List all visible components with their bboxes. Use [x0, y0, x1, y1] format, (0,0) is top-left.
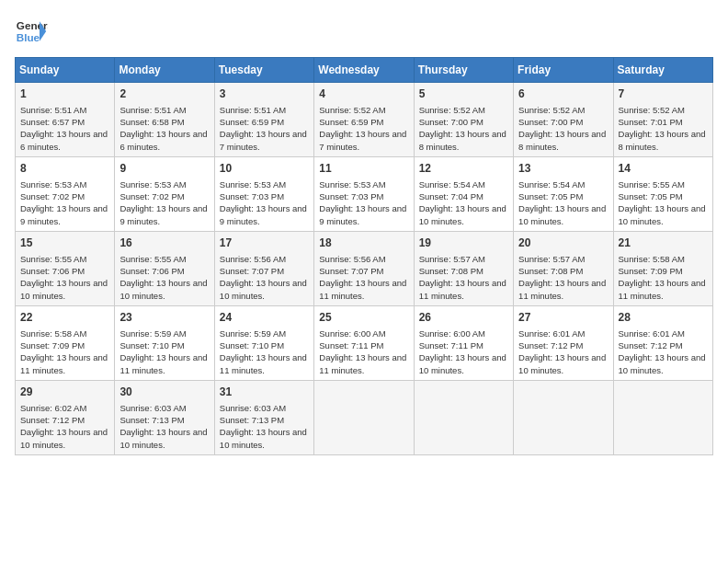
daylight-label: Daylight: 13 hours and 9 minutes. — [220, 203, 307, 225]
sunset-label: Sunset: 7:08 PM — [518, 266, 583, 276]
sunset-label: Sunset: 7:03 PM — [220, 191, 284, 201]
sunset-label: Sunset: 7:05 PM — [518, 191, 583, 201]
sunset-label: Sunset: 6:59 PM — [220, 117, 284, 127]
daylight-label: Daylight: 13 hours and 11 minutes. — [20, 352, 108, 374]
sunrise-label: Sunrise: 5:59 AM — [220, 328, 286, 339]
sunset-label: Sunset: 6:58 PM — [119, 117, 184, 127]
day-number: 17 — [220, 236, 309, 251]
daylight-label: Daylight: 13 hours and 9 minutes. — [119, 203, 207, 225]
daylight-label: Daylight: 13 hours and 8 minutes. — [518, 129, 606, 151]
calendar-cell — [613, 380, 712, 454]
day-number: 13 — [518, 161, 608, 177]
daylight-label: Daylight: 13 hours and 10 minutes. — [518, 352, 606, 374]
calendar-cell: 10 Sunrise: 5:53 AM Sunset: 7:03 PM Dayl… — [214, 156, 313, 231]
calendar-cell: 30 Sunrise: 6:03 AM Sunset: 7:13 PM Dayl… — [115, 380, 214, 454]
day-number: 11 — [319, 161, 408, 177]
day-number: 31 — [220, 385, 309, 400]
day-number: 8 — [20, 161, 109, 177]
calendar-table: SundayMondayTuesdayWednesdayThursdayFrid… — [15, 57, 713, 455]
calendar-cell: 24 Sunrise: 5:59 AM Sunset: 7:10 PM Dayl… — [214, 305, 313, 380]
day-number: 5 — [419, 86, 508, 102]
daylight-label: Daylight: 13 hours and 11 minutes. — [319, 352, 406, 374]
calendar-week-4: 22 Sunrise: 5:58 AM Sunset: 7:09 PM Dayl… — [16, 305, 713, 380]
sunrise-label: Sunrise: 6:01 AM — [518, 328, 585, 339]
sunrise-label: Sunrise: 5:54 AM — [518, 179, 585, 190]
calendar-cell: 2 Sunrise: 5:51 AM Sunset: 6:58 PM Dayli… — [115, 83, 214, 157]
day-number: 15 — [20, 236, 109, 251]
column-header-monday: Monday — [115, 58, 214, 83]
day-number: 20 — [518, 236, 608, 251]
sunrise-label: Sunrise: 5:52 AM — [319, 105, 385, 115]
sunrise-label: Sunrise: 5:53 AM — [319, 179, 385, 190]
daylight-label: Daylight: 13 hours and 10 minutes. — [220, 427, 307, 449]
day-number: 2 — [119, 86, 209, 102]
daylight-label: Daylight: 13 hours and 7 minutes. — [220, 129, 307, 151]
sunset-label: Sunset: 7:00 PM — [419, 117, 483, 127]
sunset-label: Sunset: 7:06 PM — [119, 266, 184, 276]
calendar-cell: 4 Sunrise: 5:52 AM Sunset: 6:59 PM Dayli… — [314, 83, 414, 157]
sunset-label: Sunset: 7:03 PM — [319, 191, 383, 201]
calendar-cell: 31 Sunrise: 6:03 AM Sunset: 7:13 PM Dayl… — [214, 380, 313, 454]
sunrise-label: Sunrise: 5:52 AM — [518, 105, 585, 115]
calendar-cell: 26 Sunrise: 6:00 AM Sunset: 7:11 PM Dayl… — [414, 305, 513, 380]
day-number: 23 — [119, 310, 209, 326]
sunrise-label: Sunrise: 6:02 AM — [20, 403, 86, 413]
logo: General Blue — [15, 15, 48, 48]
calendar-cell: 22 Sunrise: 5:58 AM Sunset: 7:09 PM Dayl… — [16, 305, 115, 380]
sunset-label: Sunset: 7:05 PM — [619, 191, 683, 201]
sunset-label: Sunset: 7:12 PM — [20, 415, 85, 425]
sunrise-label: Sunrise: 5:58 AM — [20, 328, 86, 339]
sunset-label: Sunset: 7:11 PM — [419, 340, 483, 350]
sunrise-label: Sunrise: 5:58 AM — [619, 254, 685, 264]
sunrise-label: Sunrise: 5:55 AM — [20, 254, 86, 264]
day-number: 1 — [20, 86, 109, 102]
calendar-cell: 14 Sunrise: 5:55 AM Sunset: 7:05 PM Dayl… — [613, 156, 712, 231]
day-number: 12 — [419, 161, 508, 177]
daylight-label: Daylight: 13 hours and 6 minutes. — [20, 129, 108, 151]
daylight-label: Daylight: 13 hours and 10 minutes. — [518, 203, 606, 225]
calendar-cell: 21 Sunrise: 5:58 AM Sunset: 7:09 PM Dayl… — [613, 231, 712, 305]
daylight-label: Daylight: 13 hours and 10 minutes. — [619, 352, 706, 374]
column-header-wednesday: Wednesday — [314, 58, 414, 83]
day-number: 28 — [619, 310, 708, 326]
daylight-label: Daylight: 13 hours and 10 minutes. — [220, 278, 307, 300]
sunset-label: Sunset: 7:00 PM — [518, 117, 583, 127]
sunrise-label: Sunrise: 5:54 AM — [419, 179, 485, 190]
daylight-label: Daylight: 13 hours and 11 minutes. — [220, 352, 307, 374]
day-number: 27 — [518, 310, 608, 326]
day-number: 6 — [518, 86, 608, 102]
sunset-label: Sunset: 7:10 PM — [220, 340, 284, 350]
day-number: 10 — [220, 161, 309, 177]
calendar-week-5: 29 Sunrise: 6:02 AM Sunset: 7:12 PM Dayl… — [16, 380, 713, 454]
calendar-cell — [514, 380, 613, 454]
daylight-label: Daylight: 13 hours and 11 minutes. — [619, 278, 706, 300]
daylight-label: Daylight: 13 hours and 9 minutes. — [20, 203, 108, 225]
daylight-label: Daylight: 13 hours and 6 minutes. — [119, 129, 207, 151]
column-header-sunday: Sunday — [16, 58, 115, 83]
sunrise-label: Sunrise: 5:51 AM — [119, 105, 186, 115]
daylight-label: Daylight: 13 hours and 10 minutes. — [20, 278, 108, 300]
calendar-cell: 5 Sunrise: 5:52 AM Sunset: 7:00 PM Dayli… — [414, 83, 513, 157]
day-number: 18 — [319, 236, 408, 251]
sunrise-label: Sunrise: 5:51 AM — [20, 105, 86, 115]
sunrise-label: Sunrise: 6:01 AM — [619, 328, 685, 339]
day-number: 29 — [20, 385, 109, 400]
sunrise-label: Sunrise: 6:03 AM — [119, 403, 186, 413]
daylight-label: Daylight: 13 hours and 10 minutes. — [119, 278, 207, 300]
day-number: 19 — [419, 236, 508, 251]
calendar-cell — [414, 380, 513, 454]
daylight-label: Daylight: 13 hours and 8 minutes. — [619, 129, 706, 151]
sunset-label: Sunset: 7:12 PM — [619, 340, 683, 350]
sunset-label: Sunset: 7:10 PM — [119, 340, 184, 350]
calendar-cell: 1 Sunrise: 5:51 AM Sunset: 6:57 PM Dayli… — [16, 83, 115, 157]
calendar-cell: 20 Sunrise: 5:57 AM Sunset: 7:08 PM Dayl… — [514, 231, 613, 305]
column-header-tuesday: Tuesday — [214, 58, 313, 83]
calendar-cell: 28 Sunrise: 6:01 AM Sunset: 7:12 PM Dayl… — [613, 305, 712, 380]
day-number: 3 — [220, 86, 309, 102]
calendar-cell: 11 Sunrise: 5:53 AM Sunset: 7:03 PM Dayl… — [314, 156, 414, 231]
sunset-label: Sunset: 7:04 PM — [419, 191, 483, 201]
daylight-label: Daylight: 13 hours and 7 minutes. — [319, 129, 406, 151]
sunrise-label: Sunrise: 6:00 AM — [419, 328, 485, 339]
day-number: 25 — [319, 310, 408, 326]
calendar-cell: 15 Sunrise: 5:55 AM Sunset: 7:06 PM Dayl… — [16, 231, 115, 305]
